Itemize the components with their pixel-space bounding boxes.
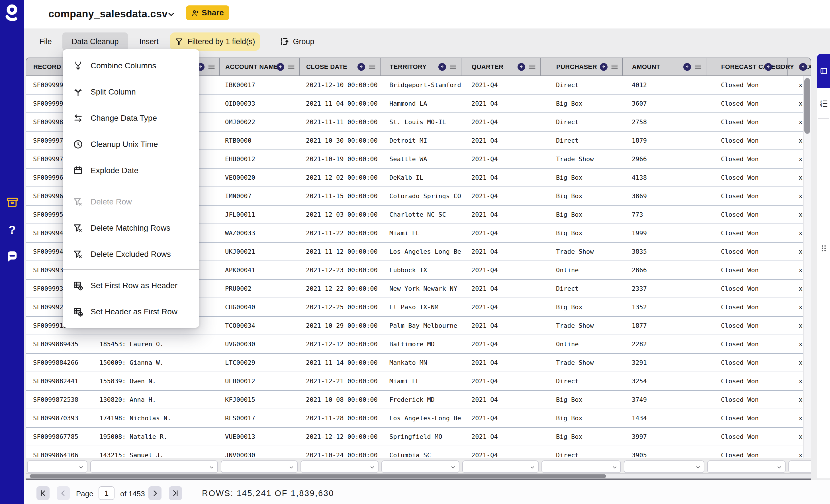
table-cell[interactable]: EHU00012 xyxy=(220,150,299,168)
menu-item-explode-date[interactable]: Explode Date xyxy=(63,158,199,184)
table-cell[interactable]: Direct xyxy=(540,372,622,390)
menu-item-set-first-row-as-header[interactable]: Set First Row as Header xyxy=(63,272,199,299)
table-cell[interactable]: TCO00034 xyxy=(220,316,299,335)
table-cell[interactable]: UKJ00021 xyxy=(220,243,299,261)
table-cell[interactable]: 3607 xyxy=(622,95,706,112)
table-cell[interactable]: Closed Won xyxy=(706,428,787,446)
table-cell[interactable]: 3869 xyxy=(622,187,706,205)
menu-item-combine-columns[interactable]: Combine Columns xyxy=(63,53,199,79)
table-cell[interactable]: VUE00013 xyxy=(220,428,299,446)
table-cell[interactable]: 2021-11-04 00:00:00 xyxy=(299,95,380,112)
table-cell[interactable]: ULB00012 xyxy=(220,372,299,390)
table-cell[interactable]: 2021-Q4 xyxy=(461,243,540,261)
table-cell[interactable]: 1352 xyxy=(622,298,706,316)
table-cell[interactable]: 143215: Samuel J. xyxy=(89,446,220,458)
table-cell[interactable]: Mankato MN xyxy=(380,354,461,372)
table-cell[interactable]: SF0099864106 xyxy=(26,446,89,458)
table-cell[interactable]: VEQ00020 xyxy=(220,169,299,187)
menu-item-change-data-type[interactable]: Change Data Type xyxy=(63,105,199,131)
table-cell[interactable]: 2282 xyxy=(622,335,706,353)
menu-item-delete-matching-rows[interactable]: Delete Matching Rows xyxy=(63,215,199,241)
table-cell[interactable]: 4138 xyxy=(622,169,706,187)
table-cell[interactable]: Big Box xyxy=(540,409,622,427)
filter-select-forecast[interactable] xyxy=(707,461,786,473)
table-cell[interactable]: Direct xyxy=(540,446,622,458)
table-cell[interactable]: Columbia SC xyxy=(380,446,461,458)
table-cell[interactable]: Big Box xyxy=(540,428,622,446)
filter-select-amount[interactable] xyxy=(624,461,704,473)
table-cell[interactable]: Closed Won xyxy=(706,206,787,224)
table-cell[interactable]: Big Box xyxy=(540,95,622,112)
table-cell[interactable]: KFJ00015 xyxy=(220,391,299,409)
column-header-next[interactable]: NEXT S xyxy=(788,58,811,75)
table-cell[interactable]: St. Louis MO-IL xyxy=(380,113,461,131)
table-cell[interactable]: 2021-Q4 xyxy=(461,298,540,316)
table-cell[interactable]: 2021-11-15 00:00:00 xyxy=(299,187,380,205)
table-cell[interactable]: 2021-Q4 xyxy=(461,391,540,409)
table-cell[interactable]: DeKalb IL xyxy=(380,169,461,187)
table-cell[interactable]: 2021-Q4 xyxy=(461,446,540,458)
table-cell[interactable]: 2021-11-14 00:00:00 xyxy=(299,354,380,372)
table-row[interactable]: SF0099864106143215: Samuel J.JNV00030202… xyxy=(26,446,811,458)
table-cell[interactable]: Closed Won xyxy=(706,391,787,409)
table-cell[interactable]: Closed Won xyxy=(706,169,787,187)
table-cell[interactable]: 2966 xyxy=(622,150,706,168)
table-row[interactable]: SF0099867785195008: Natalie R.VUE0001320… xyxy=(26,428,811,446)
filter-select-close_date[interactable] xyxy=(300,461,379,473)
table-cell[interactable]: 2337 xyxy=(622,280,706,298)
table-cell[interactable]: Trade Show xyxy=(540,316,622,335)
table-cell[interactable]: Trade Show xyxy=(540,354,622,372)
table-cell[interactable]: 130820: Anna H. xyxy=(89,391,220,409)
table-cell[interactable]: 3254 xyxy=(622,372,706,390)
table-cell[interactable]: Trade Show xyxy=(540,150,622,168)
table-cell[interactable]: El Paso TX-NM xyxy=(380,298,461,316)
table-cell[interactable]: 3835 xyxy=(622,243,706,261)
table-cell[interactable]: SF0099872538 xyxy=(26,391,89,409)
table-cell[interactable]: Trade Show xyxy=(540,243,622,261)
table-cell[interactable]: 2021-Q4 xyxy=(461,409,540,427)
table-row[interactable]: SF0099884266150009: Gianna W.LTC00029202… xyxy=(26,354,811,372)
table-cell[interactable]: 2021-10-08 00:00:00 xyxy=(299,391,380,409)
table-cell[interactable]: Charlotte NC-SC xyxy=(380,206,461,224)
table-cell[interactable]: Big Box xyxy=(540,169,622,187)
table-cell[interactable]: 4012 xyxy=(622,76,706,94)
column-menu-icon[interactable] xyxy=(449,64,457,70)
vertical-scrollbar[interactable] xyxy=(803,76,811,458)
table-cell[interactable]: Hammond LA xyxy=(380,95,461,112)
table-cell[interactable]: 2021-Q4 xyxy=(461,372,540,390)
table-cell[interactable]: 2021-Q4 xyxy=(461,95,540,112)
column-header-quarter[interactable]: QUARTER xyxy=(461,58,541,75)
help-icon[interactable]: ? xyxy=(6,224,19,237)
vertical-scrollbar-thumb[interactable] xyxy=(804,78,810,134)
filter-select-account[interactable] xyxy=(221,461,298,473)
column-menu-icon[interactable] xyxy=(611,64,618,70)
table-cell[interactable]: 2021-11-11 00:00:00 xyxy=(299,113,380,131)
table-cell[interactable]: SF0099889435 xyxy=(26,335,89,353)
column-header-forecast[interactable]: FORECAST CATEGORY xyxy=(706,58,788,75)
numbered-list-panel-button[interactable]: 123 xyxy=(817,91,830,116)
menu-item-set-header-as-first-row[interactable]: Set Header as First Row xyxy=(63,299,199,325)
table-cell[interactable]: Miami FL xyxy=(380,372,461,390)
table-cell[interactable]: OMJ00022 xyxy=(220,113,299,131)
filter-select-territory[interactable] xyxy=(381,461,459,473)
table-cell[interactable]: Closed Won xyxy=(706,243,787,261)
table-cell[interactable]: 2021-12-25 00:00:00 xyxy=(299,298,380,316)
table-cell[interactable]: 2021-11-22 00:00:00 xyxy=(299,224,380,242)
table-cell[interactable]: 1434 xyxy=(622,409,706,427)
file-title[interactable]: company_salesdata.csv xyxy=(49,8,168,20)
table-cell[interactable]: Direct xyxy=(540,132,622,149)
table-cell[interactable]: 2021-Q4 xyxy=(461,169,540,187)
table-cell[interactable]: JNV00030 xyxy=(220,446,299,458)
table-cell[interactable]: 2021-Q4 xyxy=(461,261,540,279)
table-cell[interactable]: 2021-Q4 xyxy=(461,224,540,242)
table-cell[interactable]: 1999 xyxy=(622,224,706,242)
table-cell[interactable]: UVG00030 xyxy=(220,335,299,353)
table-cell[interactable]: 2021-12-03 00:00:00 xyxy=(299,206,380,224)
table-cell[interactable]: Big Box xyxy=(540,187,622,205)
table-cell[interactable]: Closed Won xyxy=(706,354,787,372)
table-cell[interactable]: Closed Won xyxy=(706,150,787,168)
table-cell[interactable]: SF0099884266 xyxy=(26,354,89,372)
table-cell[interactable]: CHG00040 xyxy=(220,298,299,316)
table-cell[interactable]: 2021-Q4 xyxy=(461,428,540,446)
table-cell[interactable]: Closed Won xyxy=(706,446,787,458)
